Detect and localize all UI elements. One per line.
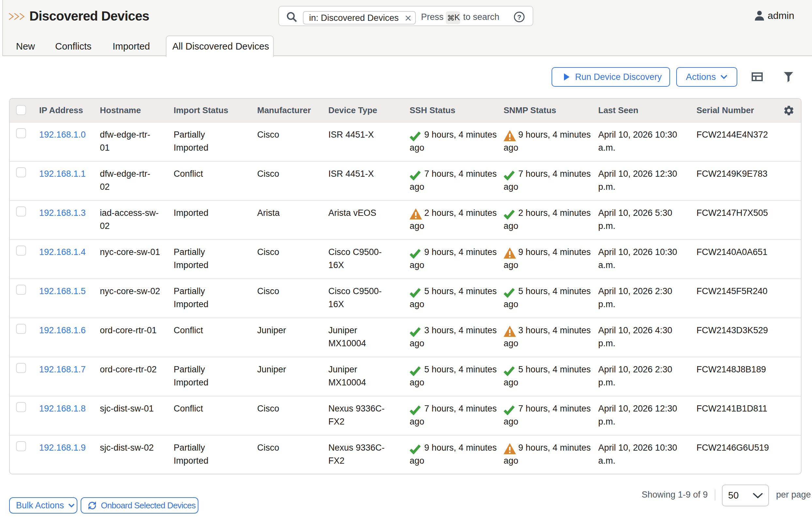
svg-text:?: ?	[517, 13, 521, 21]
